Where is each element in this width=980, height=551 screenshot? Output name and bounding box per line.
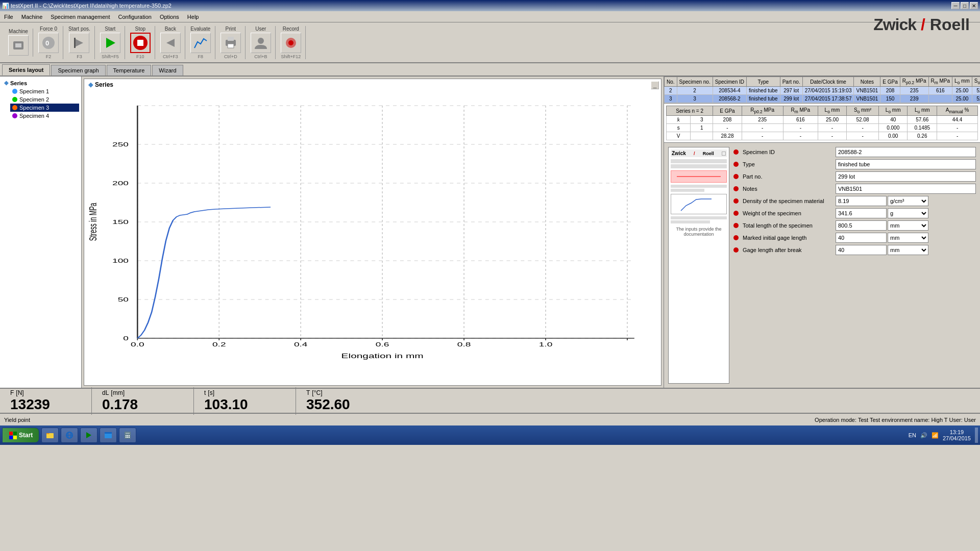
density-unit-select[interactable]: g/cm³ <box>888 196 928 206</box>
svg-rect-5 <box>74 38 76 48</box>
menu-configuration[interactable]: Configuration <box>114 13 156 21</box>
tab-wizard[interactable]: Wizard <box>152 65 183 76</box>
density-input[interactable] <box>836 196 887 206</box>
force-label: F <box>10 389 14 396</box>
svg-rect-12 <box>228 44 234 48</box>
titlebar-controls[interactable]: ─ □ ✕ <box>951 2 978 9</box>
force-display: F [N] 13239 <box>0 387 92 415</box>
required-dot <box>733 223 739 228</box>
form-label-density: Density of the specimen material <box>733 198 836 204</box>
tabbar: Series layout Specimen graph Temperature… <box>0 63 980 77</box>
total-length-input[interactable] <box>836 220 887 231</box>
menu-help[interactable]: Help <box>183 13 203 21</box>
specimen-id-input[interactable] <box>836 147 976 157</box>
tab-temperature[interactable]: Temperature <box>107 65 152 76</box>
form-label-specimen-id: Specimen ID <box>733 149 836 155</box>
back-button[interactable] <box>160 33 181 53</box>
gage-length-input[interactable] <box>836 233 887 243</box>
stat-type: x̄ <box>667 116 691 124</box>
svg-text:0.6: 0.6 <box>376 341 389 347</box>
svg-point-13 <box>258 38 264 44</box>
taskbar-file-manager[interactable] <box>41 428 59 443</box>
weight-input[interactable] <box>836 208 887 218</box>
total-length-unit-select[interactable]: mm <box>888 220 928 231</box>
start-button[interactable] <box>100 33 120 53</box>
svg-rect-56 <box>13 436 17 439</box>
form-row-total-length: Total length of the specimen mm <box>733 220 976 231</box>
svg-text:150: 150 <box>112 219 129 225</box>
preview-header: Zwick/Roell <box>671 149 727 157</box>
evaluate-button[interactable] <box>190 33 211 53</box>
toolbar-group-evaluate: Evaluate F8 <box>186 26 215 59</box>
sidebar-item-specimen3[interactable]: Specimen 3 <box>10 104 79 112</box>
data-table-top: No. Specimen no. Specimen ID Type Part n… <box>664 77 980 104</box>
svg-text:50: 50 <box>118 296 129 303</box>
sidebar-item-specimen4[interactable]: Specimen 4 <box>10 112 79 120</box>
sidebar-item-series[interactable]: ◆ Series <box>2 79 79 87</box>
machine-button[interactable] <box>8 35 29 56</box>
graph-collapse-button[interactable]: _ <box>651 81 659 89</box>
tab-specimen-graph[interactable]: Specimen graph <box>51 65 105 76</box>
svg-text:250: 250 <box>112 141 129 147</box>
stat-row-mean: x̄ 3 208 235 616 25.00 52.08 40 57.66 44… <box>667 116 978 124</box>
menu-specimen-management[interactable]: Specimen management <box>46 13 114 21</box>
svg-rect-70 <box>127 437 128 438</box>
svg-marker-61 <box>86 432 91 438</box>
menu-options[interactable]: Options <box>156 13 183 21</box>
record-button[interactable] <box>281 33 301 53</box>
force0-label: Force 0 <box>40 26 57 32</box>
notes-input[interactable] <box>836 184 976 194</box>
maximize-button[interactable]: □ <box>961 2 969 9</box>
stat-rp: - <box>742 124 783 132</box>
toolbar-group-force0: Force 0 0 F2 <box>34 26 63 59</box>
startpos-label: Start pos. <box>68 26 90 32</box>
print-button[interactable] <box>220 33 241 53</box>
col-part-no: Part no. <box>780 77 802 87</box>
tray-show-desktop[interactable] <box>975 428 978 443</box>
gage-after-unit-select[interactable]: mm <box>888 245 928 255</box>
specimen3-dot <box>12 105 17 110</box>
sidebar-item-specimen1[interactable]: Specimen 1 <box>10 87 79 95</box>
startpos-button[interactable] <box>69 33 89 53</box>
type-input[interactable] <box>836 159 976 169</box>
form-row-type: Type <box>733 159 976 169</box>
menu-file[interactable]: File <box>0 13 17 21</box>
specimen4-label: Specimen 4 <box>19 113 49 119</box>
taskbar-calc[interactable] <box>119 428 136 443</box>
form-label-gage-length: Marked initial gage length <box>733 235 836 241</box>
form-label-notes: Notes <box>733 186 836 192</box>
svg-rect-67 <box>127 435 128 436</box>
taskbar-ie[interactable] <box>61 428 78 443</box>
tab-series-layout[interactable]: Series layout <box>2 64 50 76</box>
specimen-detail: Zwick/Roell The inputs provide the docum… <box>664 143 980 388</box>
col-e: E GPa <box>880 77 900 87</box>
form-label-gage-after: Gage length after break <box>733 247 836 253</box>
col-specimen-no: Specimen no. <box>677 77 713 87</box>
taskbar-browser[interactable] <box>100 428 117 443</box>
minimize-button[interactable]: ─ <box>951 2 960 9</box>
toolbar-group-startpos: Start pos. F3 <box>64 26 95 59</box>
menu-machine[interactable]: Machine <box>17 13 47 21</box>
svg-text:100: 100 <box>112 258 129 264</box>
taskbar-media[interactable] <box>80 428 97 443</box>
toolbar-group-stop: Stop F10 <box>126 26 155 59</box>
gage-length-unit-select[interactable]: mm <box>888 233 928 243</box>
table-row[interactable]: 2 2 208534-4 finished tube 297 lot 27/04… <box>665 87 981 95</box>
table-row[interactable]: 3 3 208568-2 finished tube 299 lot 27/04… <box>665 95 981 103</box>
user-button[interactable] <box>251 33 271 53</box>
cell-datetime: 27/04/2015 17:38:57 <box>802 95 854 103</box>
force0-button[interactable]: 0 <box>38 33 59 53</box>
tray-clock: 13:19 27/04/2015 <box>943 429 971 441</box>
weight-unit-select[interactable]: g <box>888 208 928 218</box>
temp-value: 352.60 <box>306 396 388 413</box>
stat-lo: 25.00 <box>818 116 846 124</box>
start-button[interactable]: Start <box>2 428 39 443</box>
stat-lu: 57.66 <box>908 116 937 124</box>
cell-rm <box>928 95 952 103</box>
close-button[interactable]: ✕ <box>970 2 978 9</box>
stat-col-e: E GPa <box>713 106 742 116</box>
sidebar-item-specimen2[interactable]: Specimen 2 <box>10 95 79 104</box>
gage-after-input[interactable] <box>836 245 887 255</box>
stop-button[interactable] <box>130 33 151 53</box>
part-no-input[interactable] <box>836 171 976 182</box>
